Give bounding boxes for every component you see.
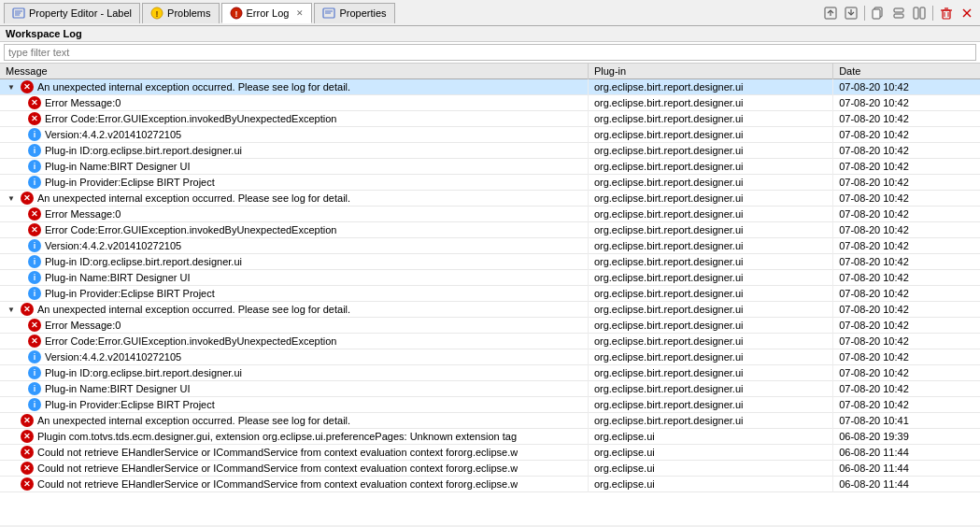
main-wrapper: Message Plug-in Date ▼ ✕ An unexpected i… [0, 64, 980, 525]
table-row[interactable]: i Plug-in ID:org.eclipse.birt.report.des… [0, 365, 980, 381]
expand-icon[interactable]: ▼ [6, 81, 17, 93]
message-text: Plugin com.totvs.tds.ecm.designer.gui, e… [37, 431, 517, 442]
table-row[interactable]: i Plug-in ID:org.eclipse.birt.report.des… [0, 254, 980, 270]
date-cell: 07-08-20 10:42 [833, 238, 980, 254]
expand-icon[interactable]: ▼ [6, 304, 17, 315]
col-message-header: Message [0, 64, 588, 79]
message-text: An unexpected internal exception occurre… [37, 81, 350, 93]
close-panel-button[interactable] [958, 4, 976, 22]
plugin-cell: org.eclipse.birt.report.designer.ui [588, 381, 832, 397]
message-text: Could not retrieve EHandlerService or IC… [37, 478, 518, 490]
log-container[interactable]: Message Plug-in Date ▼ ✕ An unexpected i… [0, 64, 980, 525]
table-row[interactable]: i Plug-in Provider:Eclipse BIRT Project … [0, 175, 980, 191]
plugin-cell: org.eclipse.birt.report.designer.ui [588, 191, 832, 207]
error-icon: ✕ [28, 223, 41, 236]
message-cell: ✕ Error Code:Error.GUIException.invokedB… [0, 334, 588, 349]
table-row[interactable]: i Version:4.4.2.v201410272105 org.eclips… [0, 127, 980, 143]
plugin-cell: org.eclipse.birt.report.designer.ui [588, 334, 832, 349]
table-row[interactable]: i Plug-in Provider:Eclipse BIRT Project … [0, 286, 980, 302]
prop-icon [12, 7, 25, 20]
message-cell: ✕ Error Code:Error.GUIException.invokedB… [0, 222, 588, 238]
table-row[interactable]: ▼ ✕ An unexpected internal exception occ… [0, 79, 980, 95]
date-cell: 07-08-20 10:42 [833, 207, 980, 222]
date-cell: 07-08-20 10:41 [833, 413, 980, 429]
table-row[interactable]: ✕ Error Code:Error.GUIException.invokedB… [0, 222, 980, 238]
filter-input[interactable] [4, 44, 976, 61]
date-cell: 07-08-20 10:42 [833, 222, 980, 238]
info-icon: i [28, 160, 41, 173]
tab-error-log[interactable]: ! Error Log ✕ [221, 3, 313, 23]
message-cell: ✕ Error Message:0 [0, 95, 588, 111]
date-cell: 07-08-20 10:42 [833, 397, 980, 413]
stack2-button[interactable] [910, 4, 929, 22]
expand-icon[interactable]: ▼ [6, 192, 17, 204]
table-row[interactable]: ✕ Could not retrieve EHandlerService or … [0, 461, 980, 477]
close-icon[interactable]: ✕ [296, 8, 304, 18]
tab-property-editor[interactable]: Property Editor - Label [4, 3, 140, 23]
date-cell: 07-08-20 10:42 [833, 302, 980, 318]
table-row[interactable]: i Plug-in Name:BIRT Designer UI org.ecli… [0, 159, 980, 175]
message-text: Plug-in Provider:Eclipse BIRT Project [45, 177, 215, 188]
col-date-header: Date [833, 64, 980, 79]
date-cell: 07-08-20 10:42 [833, 79, 980, 95]
table-row[interactable]: i Plug-in Name:BIRT Designer UI org.ecli… [0, 270, 980, 286]
table-row[interactable]: ✕ An unexpected internal exception occur… [0, 413, 980, 429]
table-row[interactable]: ✕ Could not retrieve EHandlerService or … [0, 477, 980, 492]
plugin-cell: org.eclipse.birt.report.designer.ui [588, 349, 832, 365]
info-icon: i [28, 255, 41, 268]
workspace-label: Workspace Log [0, 26, 980, 42]
message-cell: ✕ Error Message:0 [0, 207, 588, 222]
table-row[interactable]: i Plug-in ID:org.eclipse.birt.report.des… [0, 143, 980, 159]
table-row[interactable]: ✕ Error Message:0 org.eclipse.birt.repor… [0, 318, 980, 334]
svg-rect-18 [894, 14, 903, 18]
message-text: Plug-in ID:org.eclipse.birt.report.desig… [45, 145, 242, 156]
delete-button[interactable] [937, 4, 956, 22]
table-row[interactable]: i Version:4.4.2.v201410272105 org.eclips… [0, 349, 980, 365]
plugin-cell: org.eclipse.birt.report.designer.ui [588, 254, 832, 270]
table-row[interactable]: ✕ Plugin com.totvs.tds.ecm.designer.gui,… [0, 429, 980, 445]
toolbar-right [821, 4, 976, 22]
message-cell: ✕ Plugin com.totvs.tds.ecm.designer.gui,… [0, 429, 588, 445]
plugin-cell: org.eclipse.birt.report.designer.ui [588, 318, 832, 334]
table-row[interactable]: ▼ ✕ An unexpected internal exception occ… [0, 191, 980, 207]
message-text: Error Message:0 [45, 320, 121, 331]
error-icon: ✕ [28, 335, 41, 348]
message-cell: ✕ Could not retrieve EHandlerService or … [0, 477, 588, 492]
error-icon: ✕ [21, 303, 34, 316]
table-row[interactable]: ✕ Error Message:0 org.eclipse.birt.repor… [0, 207, 980, 222]
table-row[interactable]: ✕ Could not retrieve EHandlerService or … [0, 445, 980, 461]
table-row[interactable]: i Plug-in Name:BIRT Designer UI org.ecli… [0, 381, 980, 397]
table-row[interactable]: ✕ Error Message:0 org.eclipse.birt.repor… [0, 95, 980, 111]
log-table: Message Plug-in Date ▼ ✕ An unexpected i… [0, 64, 980, 492]
filter-bar [0, 42, 980, 64]
message-text: Plug-in Provider:Eclipse BIRT Project [45, 288, 215, 299]
message-cell: ✕ Could not retrieve EHandlerService or … [0, 461, 588, 477]
message-cell: ▼ ✕ An unexpected internal exception occ… [0, 191, 588, 207]
table-row[interactable]: i Plug-in Provider:Eclipse BIRT Project … [0, 397, 980, 413]
table-row[interactable]: i Version:4.4.2.v201410272105 org.eclips… [0, 238, 980, 254]
message-text: Version:4.4.2.v201410272105 [45, 240, 181, 251]
error-icon: ✕ [28, 96, 41, 109]
copy-button[interactable] [869, 4, 888, 22]
plugin-cell: org.eclipse.birt.report.designer.ui [588, 127, 832, 143]
stack1-button[interactable] [889, 4, 908, 22]
plugin-cell: org.eclipse.ui [588, 429, 832, 445]
plugin-cell: org.eclipse.birt.report.designer.ui [588, 270, 832, 286]
separator2 [932, 6, 933, 21]
table-row[interactable]: ✕ Error Code:Error.GUIException.invokedB… [0, 334, 980, 349]
props-icon [322, 7, 335, 20]
message-cell: i Plug-in ID:org.eclipse.birt.report.des… [0, 365, 588, 381]
table-row[interactable]: ▼ ✕ An unexpected internal exception occ… [0, 302, 980, 318]
message-text: An unexpected internal exception occurre… [37, 192, 350, 204]
plugin-cell: org.eclipse.birt.report.designer.ui [588, 143, 832, 159]
import-button[interactable] [842, 4, 860, 22]
date-cell: 07-08-20 10:42 [833, 127, 980, 143]
table-row[interactable]: ✕ Error Code:Error.GUIException.invokedB… [0, 111, 980, 127]
date-cell: 07-08-20 10:42 [833, 191, 980, 207]
tab-properties[interactable]: Properties [314, 3, 394, 23]
tab-label: Error Log [247, 7, 290, 19]
export-button[interactable] [821, 4, 840, 22]
error-icon: ✕ [28, 207, 41, 221]
tab-problems[interactable]: ! Problems [142, 3, 219, 23]
message-text: Error Message:0 [45, 208, 121, 220]
